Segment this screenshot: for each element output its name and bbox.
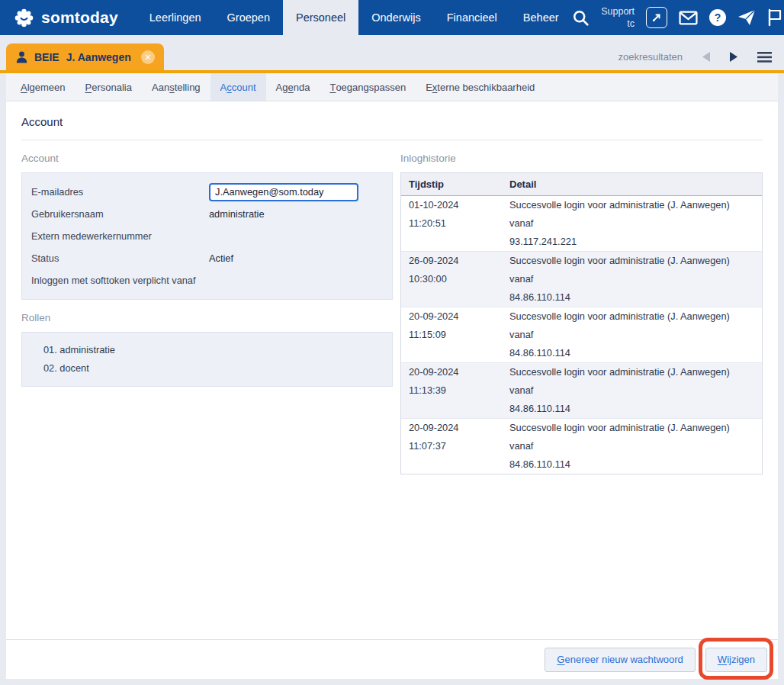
- fullscreen-icon[interactable]: [646, 7, 667, 28]
- login-history-table: Tijdstip Detail 01-10-2024 11:20:51 Succ…: [400, 172, 763, 474]
- support-line1: Support: [601, 5, 635, 18]
- row-tijdstip: 26-09-2024 10:30:00: [401, 252, 502, 307]
- main-menu-item[interactable]: Personeel: [283, 0, 358, 35]
- row-detail: Succesvolle login voor administratie (J.…: [502, 196, 762, 251]
- softtoken-label: Inloggen met softtoken verplicht vanaf: [31, 275, 209, 286]
- previous-result-icon[interactable]: [702, 52, 710, 62]
- entity-code: BEIE: [34, 51, 59, 63]
- row-tijdstip: 20-09-2024 11:07:37: [401, 419, 502, 474]
- login-history-row: 20-09-2024 11:13:39 Succesvolle login vo…: [401, 363, 762, 419]
- row-detail-message: Succesvolle login voor administratie (J.…: [509, 252, 754, 288]
- status-label: Status: [31, 252, 209, 264]
- account-fields-panel: E-mailadres Gebruikersnaam administratie…: [21, 172, 393, 300]
- subtab-item[interactable]: Aanstelling: [142, 73, 210, 101]
- row-detail-ip: 84.86.110.114: [509, 288, 754, 307]
- main-menu-item[interactable]: Leerlingen: [137, 0, 214, 35]
- hamburger-menu-icon[interactable]: [757, 52, 772, 63]
- top-navigation-bar: somtoday Leerlingen Groepen Personeel On…: [0, 0, 784, 35]
- entity-tab-beie-aanwegen[interactable]: BEIE J. Aanwegen ✕: [6, 43, 164, 70]
- flag-icon[interactable]: [767, 8, 782, 27]
- row-detail-ip: 84.86.110.114: [509, 455, 754, 474]
- row-detail-ip: 84.86.110.114: [509, 400, 754, 418]
- subtab-item[interactable]: Algemeen: [11, 73, 76, 101]
- entity-tab-band: BEIE J. Aanwegen ✕ zoekresultaten: [0, 35, 784, 73]
- account-column: Account E-mailadres Gebruikersnaam admin…: [21, 140, 393, 474]
- brand-logo[interactable]: somtoday: [0, 0, 118, 35]
- row-detail: Succesvolle login voor administratie (J.…: [502, 363, 762, 418]
- row-detail-message: Succesvolle login voor administratie (J.…: [509, 419, 754, 455]
- login-history-rows: 01-10-2024 11:20:51 Succesvolle login vo…: [401, 196, 762, 474]
- main-menu-item[interactable]: Groepen: [214, 0, 283, 35]
- field-row-extern-medewerkernummer: Extern medewerkernummer: [31, 225, 383, 247]
- page-title: Account: [21, 115, 763, 128]
- genereer-nieuw-wachtwoord-button[interactable]: Genereer nieuw wachtwoord: [545, 648, 696, 672]
- login-history-row: 01-10-2024 11:20:51 Succesvolle login vo…: [401, 196, 762, 252]
- entity-name: J. Aanwegen: [66, 51, 131, 63]
- rol-item: 01. administratie: [34, 341, 380, 359]
- footer-actions-bar: Genereer nieuw wachtwoord Wijzigen: [6, 639, 778, 679]
- inloghistorie-heading: Inloghistorie: [400, 153, 763, 164]
- emailadres-input[interactable]: [209, 183, 358, 201]
- row-tijdstip: 01-10-2024 11:20:51: [401, 196, 502, 251]
- login-history-header: Tijdstip Detail: [401, 173, 762, 196]
- field-row-softtoken: Inloggen met softtoken verplicht vanaf: [31, 269, 383, 291]
- row-detail: Succesvolle login voor administratie (J.…: [502, 252, 762, 307]
- person-icon: [16, 51, 27, 63]
- somtoday-app: { "colors": { "nav-blue": "#0d4e9d", "ba…: [0, 0, 784, 685]
- row-detail-message: Succesvolle login voor administratie (J.…: [509, 196, 754, 233]
- main-menu-item[interactable]: Beheer: [510, 0, 572, 35]
- subtab-item[interactable]: Toegangspassen: [320, 73, 416, 101]
- wijzigen-button[interactable]: Wijzigen: [705, 648, 767, 672]
- main-menu-item[interactable]: Financieel: [434, 0, 510, 35]
- column-header-detail: Detail: [502, 173, 762, 195]
- close-tab-icon[interactable]: ✕: [141, 50, 155, 64]
- messages-icon[interactable]: [679, 11, 698, 25]
- wijzigen-button-wrap: Wijzigen: [705, 648, 767, 672]
- login-history-row: 20-09-2024 11:07:37 Succesvolle login vo…: [401, 419, 762, 474]
- field-row-emailadres: E-mailadres: [31, 181, 383, 203]
- main-menu-item[interactable]: Onderwijs: [358, 0, 433, 35]
- detail-subtabs: Algemeen Personalia Aanstelling Account …: [6, 73, 778, 101]
- subtab-item[interactable]: Agenda: [266, 73, 320, 101]
- subtab-item[interactable]: Externe beschikbaarheid: [416, 73, 545, 101]
- account-page: Account Account E-mailadres Gebruikersna…: [6, 101, 778, 474]
- search-results-controls: zoekresultaten: [618, 51, 784, 70]
- row-detail-message: Succesvolle login voor administratie (J.…: [509, 307, 754, 344]
- subtab-item[interactable]: Personalia: [76, 73, 142, 101]
- rol-item: 02. docent: [34, 359, 380, 378]
- search-icon[interactable]: [572, 9, 590, 27]
- help-icon[interactable]: ?: [709, 9, 726, 26]
- row-tijdstip: 20-09-2024 11:13:39: [401, 363, 502, 418]
- support-link[interactable]: Support tc: [601, 5, 635, 31]
- account-section-heading: Account: [21, 153, 393, 164]
- login-history-row: 26-09-2024 10:30:00 Succesvolle login vo…: [401, 252, 762, 307]
- somtoday-logo-icon: [14, 8, 34, 28]
- next-result-icon[interactable]: [730, 52, 737, 62]
- gebruikersnaam-value: administratie: [209, 208, 265, 220]
- row-detail: Succesvolle login voor administratie (J.…: [502, 419, 762, 474]
- login-history-column: Inloghistorie Tijdstip Detail 01-10-2024…: [400, 140, 763, 474]
- send-icon[interactable]: [737, 9, 756, 26]
- main-menu: Leerlingen Groepen Personeel Onderwijs F…: [137, 0, 572, 35]
- rollen-panel: 01. administratie 02. docent: [21, 332, 393, 387]
- extern-medewerkernummer-label: Extern medewerkernummer: [31, 230, 209, 242]
- support-line2: tc: [601, 18, 635, 30]
- login-history-row: 20-09-2024 11:15:09 Succesvolle login vo…: [401, 307, 762, 363]
- row-detail-message: Succesvolle login voor administratie (J.…: [509, 363, 754, 400]
- brand-name: somtoday: [41, 8, 118, 27]
- zoekresultaten-label: zoekresultaten: [618, 51, 683, 63]
- field-row-gebruikersnaam: Gebruikersnaam administratie: [31, 203, 383, 225]
- gebruikersnaam-label: Gebruikersnaam: [31, 208, 209, 220]
- rollen-section-heading: Rollen: [21, 312, 393, 323]
- row-detail-ip: 93.117.241.221: [509, 233, 754, 251]
- row-detail: Succesvolle login voor administratie (J.…: [502, 307, 762, 362]
- field-row-status: Status Actief: [31, 247, 383, 269]
- emailadres-label: E-mailadres: [31, 186, 209, 198]
- column-header-tijdstip: Tijdstip: [401, 173, 502, 195]
- status-value: Actief: [209, 252, 233, 264]
- main-content-card: Algemeen Personalia Aanstelling Account …: [6, 73, 778, 679]
- row-detail-ip: 84.86.110.114: [509, 344, 754, 362]
- row-tijdstip: 20-09-2024 11:15:09: [401, 307, 502, 362]
- subtab-item[interactable]: Account: [210, 73, 266, 101]
- nav-utilities: Support tc ?: [572, 0, 784, 35]
